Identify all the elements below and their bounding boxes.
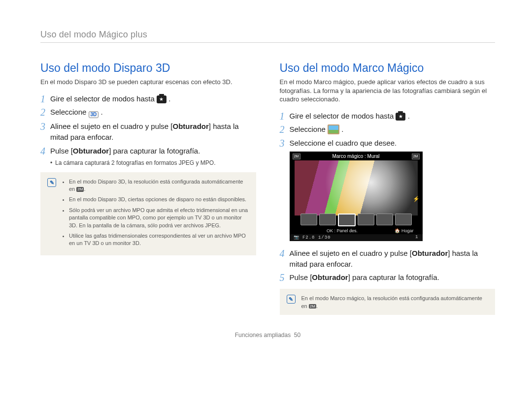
shutter-keyword: Obturador xyxy=(412,249,448,257)
step-number: 3 xyxy=(40,121,50,143)
resolution-badge: 2M xyxy=(76,187,84,192)
camera-preview: 2M 2M Marco mágico : Mural ⚡ OK : Panel … xyxy=(290,152,423,241)
text: . xyxy=(101,108,103,116)
step-text: Seleccione . xyxy=(290,124,496,135)
thumb xyxy=(300,214,317,225)
note-item: En el modo Disparo 3D, la resolución est… xyxy=(69,178,249,193)
shutter-keyword: Obturador xyxy=(73,147,109,155)
text: Gire el selector de modos hasta xyxy=(290,112,396,120)
note-text: En el modo Marco mágico, la resolución e… xyxy=(301,295,489,310)
note-icon: ✎ xyxy=(287,295,296,304)
text: ] para capturar la fotografía. xyxy=(109,147,200,155)
text: Alinee el sujeto en el cuadro y pulse [ xyxy=(290,249,412,257)
left-step-1: 1 Gire el selector de modos hasta . xyxy=(40,93,256,104)
step-text: Gire el selector de modos hasta . xyxy=(50,93,256,104)
right-note-box: ✎ En el modo Marco mágico, la resolución… xyxy=(280,289,496,315)
text: Pulse [ xyxy=(290,273,312,281)
ok-label: OK : Panel des. xyxy=(327,228,358,233)
right-step-3: 3 Seleccione el cuadro que desee. xyxy=(280,138,496,149)
left-column: Uso del modo Disparo 3D En el modo Dispa… xyxy=(40,62,256,315)
resolution-badge: 2M xyxy=(309,304,316,309)
footer-page: 50 xyxy=(294,332,300,339)
frame-icon xyxy=(328,124,339,134)
shutter-keyword: Obturador xyxy=(312,273,348,281)
corner-badge-right: 2M xyxy=(412,154,420,159)
right-lead: En el modo Marco mágico, puede aplicar v… xyxy=(280,78,496,104)
text: ] para capturar la fotografía. xyxy=(348,273,439,281)
step-text: Alinee el sujeto en el cuadro y pulse [O… xyxy=(50,121,256,143)
home-text: Hogar xyxy=(401,228,414,233)
text: . xyxy=(408,112,410,120)
exposure-text: F2.8 1/30 xyxy=(302,235,331,240)
right-title: Uso del modo Marco Mágico xyxy=(280,62,496,75)
text: Seleccione xyxy=(290,125,328,133)
left-step-4: 4 Pulse [Obturador] para capturar la fot… xyxy=(40,146,256,156)
exposure-info: 📷 F2.8 1/30 xyxy=(294,235,331,241)
page-footer: Funciones ampliadas 50 xyxy=(40,332,495,339)
step-number: 1 xyxy=(40,93,50,104)
note-icon: ✎ xyxy=(47,178,56,187)
preview-title: Marco mágico : Mural xyxy=(290,152,423,159)
left-note-box: ✎ En el modo Disparo 3D, la resolución e… xyxy=(40,172,256,255)
right-step-1: 1 Gire el selector de modos hasta . xyxy=(280,111,496,122)
left-step-2: 2 Seleccione 3D . xyxy=(40,107,256,118)
right-step-2: 2 Seleccione . xyxy=(280,124,496,135)
thumb xyxy=(319,214,336,225)
right-info: 1 xyxy=(415,235,418,241)
three-d-icon: 3D xyxy=(89,111,99,118)
step-text: Alinee el sujeto en el cuadro y pulse [O… xyxy=(290,248,496,270)
thumb xyxy=(395,214,412,225)
note-item: En el modo Disparo 3D, ciertas opciones … xyxy=(69,196,249,203)
preview-thumbnails xyxy=(295,214,418,226)
left-step-3: 3 Alinee el sujeto en el cuadro y pulse … xyxy=(40,121,256,143)
shutter-keyword: Obturador xyxy=(173,122,209,130)
breadcrumb-header: Uso del modo Mágico plus xyxy=(40,30,495,43)
text: Pulse [ xyxy=(50,147,73,155)
text: En el modo Marco mágico, la resolución e… xyxy=(301,295,482,308)
right-step-5: 5 Pulse [Obturador] para capturar la fot… xyxy=(280,272,496,283)
preview-ok-row: OK : Panel des. 🏠 Hogar xyxy=(290,228,423,233)
home-label: 🏠 Hogar xyxy=(395,228,413,233)
preview-bottom-bar: 📷 F2.8 1/30 1 xyxy=(290,234,423,241)
left-lead: En el modo Disparo 3D se pueden capturar… xyxy=(40,78,256,87)
step-number: 2 xyxy=(280,124,290,135)
preview-scene xyxy=(295,160,418,216)
right-step-4: 4 Alinee el sujeto en el cuadro y pulse … xyxy=(280,248,496,270)
step-number: 5 xyxy=(280,272,290,283)
step-text: Seleccione el cuadro que desee. xyxy=(290,138,496,149)
left-title: Uso del modo Disparo 3D xyxy=(40,62,256,75)
step-number: 1 xyxy=(280,111,290,122)
right-column: Uso del modo Marco Mágico En el modo Mar… xyxy=(280,62,496,315)
note-item: Sólo podrá ver un archivo MPO que admita… xyxy=(69,207,249,229)
note-item: Utilice las gafas tridimensionales corre… xyxy=(69,232,249,247)
text: Seleccione xyxy=(50,108,89,116)
corner-badge-left: 2M xyxy=(293,154,300,159)
step-text: Pulse [Obturador] para capturar la fotog… xyxy=(290,272,496,283)
step-number: 4 xyxy=(40,146,50,156)
text: . xyxy=(316,303,318,309)
columns: Uso del modo Disparo 3D En el modo Dispa… xyxy=(40,62,495,315)
left-substep: La cámara capturará 2 fotografías en for… xyxy=(50,159,256,166)
text: Alinee el sujeto en el cuadro y pulse [ xyxy=(50,122,173,130)
step-number: 3 xyxy=(280,138,290,149)
thumb xyxy=(358,214,374,225)
thumb-selected xyxy=(338,214,356,226)
step-number: 2 xyxy=(40,107,50,118)
step-number: 4 xyxy=(280,248,290,270)
text: . xyxy=(341,125,343,133)
footer-section: Funciones ampliadas xyxy=(235,332,291,339)
text: Gire el selector de modos hasta xyxy=(50,94,157,103)
note-list: En el modo Disparo 3D, la resolución est… xyxy=(62,178,249,250)
mode-dial-icon xyxy=(157,95,166,103)
thumb xyxy=(376,214,393,225)
text: . xyxy=(168,94,170,103)
flash-icon: ⚡ xyxy=(413,196,420,202)
page: Uso del modo Mágico plus Uso del modo Di… xyxy=(0,0,532,353)
step-text: Gire el selector de modos hasta . xyxy=(290,111,496,122)
step-text: Pulse [Obturador] para capturar la fotog… xyxy=(50,146,256,156)
step-text: Seleccione 3D . xyxy=(50,107,256,118)
mode-dial-icon xyxy=(396,113,405,121)
